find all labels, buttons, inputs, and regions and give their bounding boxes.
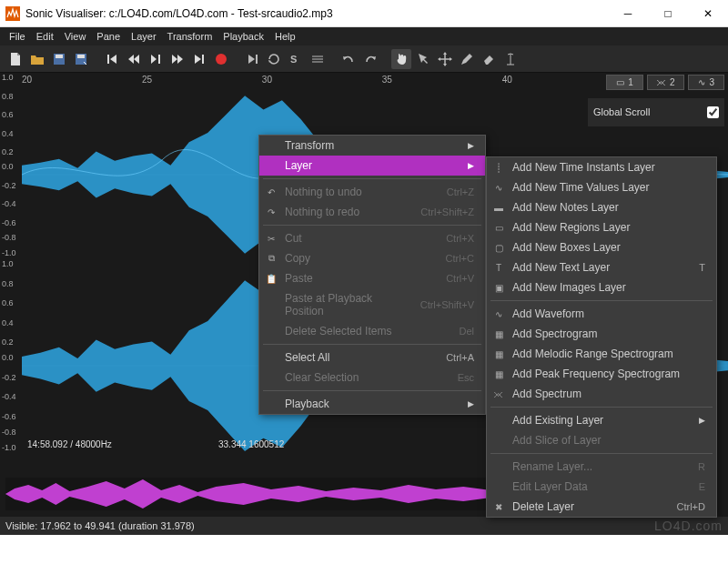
- ctx-add-notes[interactable]: ▬Add New Notes Layer: [487, 197, 716, 217]
- ytick: -0.4: [2, 199, 16, 208]
- wave-icon: ∿: [698, 77, 705, 87]
- menu-layer[interactable]: Layer: [126, 29, 162, 44]
- xtick: 25: [142, 75, 152, 85]
- paste-icon: 📋: [265, 272, 278, 285]
- ytick: 1.0: [2, 259, 14, 268]
- maximize-button[interactable]: □: [648, 0, 688, 27]
- ctx-add-boxes[interactable]: ▢Add New Boxes Layer: [487, 237, 716, 257]
- ctx-add-existing[interactable]: Add Existing Layer▶: [487, 410, 716, 430]
- minimize-button[interactable]: ─: [608, 0, 648, 27]
- global-scroll-checkbox[interactable]: [707, 106, 719, 118]
- layer-tab-3[interactable]: ∿3: [688, 75, 724, 90]
- forward-icon[interactable]: [167, 49, 187, 69]
- ctx-add-spectrum[interactable]: ⩙Add Spectrum: [487, 384, 716, 404]
- menubar: File Edit View Pane Layer Transform Play…: [0, 27, 728, 45]
- separator: [263, 225, 481, 226]
- svg-rect-4: [77, 55, 85, 58]
- loop-icon[interactable]: [264, 49, 284, 69]
- ctx-playback[interactable]: Playback▶: [259, 394, 485, 414]
- delete-icon: ✖: [492, 500, 505, 513]
- measure-tool-icon[interactable]: [500, 49, 521, 69]
- rewind-icon[interactable]: [124, 49, 144, 69]
- ytick: -0.2: [2, 373, 16, 382]
- ytick: 0.6: [2, 110, 14, 119]
- save-as-icon[interactable]: [71, 49, 91, 69]
- menu-transform[interactable]: Transform: [162, 29, 218, 44]
- images-icon: ▣: [492, 281, 505, 294]
- ctx-cut: ✂CutCtrl+X: [259, 228, 485, 248]
- navigate-tool-icon[interactable]: [391, 49, 411, 69]
- ctx-redo: ↷Nothing to redoCtrl+Shift+Z: [259, 202, 485, 222]
- draw-tool-icon[interactable]: [457, 49, 477, 69]
- ytick: -0.8: [2, 233, 16, 242]
- chevron-right-icon: ▶: [468, 141, 474, 150]
- ctx-add-peak[interactable]: ▦Add Peak Frequency Spectrogram: [487, 364, 716, 384]
- save-icon[interactable]: [49, 49, 69, 69]
- undo-icon[interactable]: [339, 49, 359, 69]
- forward-end-icon[interactable]: [189, 49, 209, 69]
- ctx-copy: ⧉CopyCtrl+C: [259, 248, 485, 268]
- ctx-select-all[interactable]: Select AllCtrl+A: [259, 347, 485, 368]
- ytick: 0.6: [2, 298, 14, 307]
- separator: [263, 178, 481, 179]
- waveform-icon: ∿: [492, 307, 505, 320]
- ctx-add-spectrogram[interactable]: ▦Add Spectrogram: [487, 324, 716, 344]
- ctx-add-text[interactable]: TAdd New Text LayerT: [487, 257, 716, 277]
- align-icon[interactable]: [308, 49, 328, 69]
- play-pause-icon[interactable]: [146, 49, 166, 69]
- solo-icon[interactable]: S: [286, 49, 306, 69]
- app-icon: [5, 6, 20, 21]
- ctx-add-images[interactable]: ▣Add New Images Layer: [487, 277, 716, 297]
- rewind-start-icon[interactable]: [102, 49, 122, 69]
- spectrogram-icon: ▦: [492, 327, 505, 340]
- ctx-paste: 📋PasteCtrl+V: [259, 268, 485, 288]
- separator: [263, 390, 481, 391]
- ctx-add-melodic[interactable]: ▦Add Melodic Range Spectrogram: [487, 344, 716, 364]
- new-file-icon[interactable]: [5, 49, 25, 69]
- wave-icon: ⩙: [657, 77, 666, 87]
- record-icon[interactable]: [211, 49, 231, 69]
- copy-icon: ⧉: [265, 252, 278, 265]
- move-tool-icon[interactable]: [435, 49, 455, 69]
- ctx-delete-layer[interactable]: ✖Delete LayerCtrl+D: [487, 497, 716, 517]
- ctx-add-values[interactable]: ∿Add New Time Values Layer: [487, 177, 716, 197]
- redo-icon[interactable]: [360, 49, 380, 69]
- sample-info: 33.344 1600512: [218, 439, 284, 449]
- time-info: 14:58.092 / 48000Hz: [27, 439, 112, 449]
- ctx-add-regions[interactable]: ▭Add New Regions Layer: [487, 217, 716, 237]
- select-tool-icon[interactable]: [413, 49, 433, 69]
- menu-pane[interactable]: Pane: [91, 29, 126, 44]
- menu-help[interactable]: Help: [269, 29, 301, 44]
- peak-icon: ▦: [492, 368, 505, 380]
- close-button[interactable]: ✕: [688, 0, 728, 27]
- chevron-right-icon: ▶: [468, 399, 474, 408]
- menu-edit[interactable]: Edit: [31, 29, 59, 44]
- separator: [490, 407, 713, 408]
- svg-rect-6: [256, 55, 258, 64]
- toolbar: S: [0, 45, 728, 73]
- context-menu-edit: Transform▶ Layer▶ ↶Nothing to undoCtrl+Z…: [258, 135, 486, 415]
- xtick: 20: [22, 75, 32, 85]
- ctx-clear-selection: Clear SelectionEsc: [259, 368, 485, 388]
- ytick: 0.4: [2, 129, 14, 138]
- erase-tool-icon[interactable]: [479, 49, 499, 69]
- ctx-add-instants[interactable]: ┊Add New Time Instants Layer: [487, 157, 716, 177]
- menu-playback[interactable]: Playback: [217, 29, 269, 44]
- menu-view[interactable]: View: [59, 29, 92, 44]
- layer-tab-2[interactable]: ⩙2: [647, 75, 685, 90]
- chevron-right-icon: ▶: [468, 161, 474, 170]
- ctx-layer[interactable]: Layer▶: [259, 156, 485, 176]
- values-icon: ∿: [492, 181, 505, 194]
- ctx-add-slice: Add Slice of Layer: [487, 430, 716, 450]
- ctx-add-waveform[interactable]: ∿Add Waveform: [487, 304, 716, 324]
- ytick: 0.0: [2, 162, 14, 171]
- ctx-transform[interactable]: Transform▶: [259, 136, 485, 156]
- main-content: 1.0 0.8 0.6 0.4 0.2 0.0 -0.2 -0.4 -0.6 -…: [0, 73, 728, 535]
- layer-tab-1[interactable]: ▭1: [606, 75, 643, 90]
- spectrum-icon: ⩙: [492, 388, 505, 400]
- menu-file[interactable]: File: [4, 29, 31, 44]
- ruler-icon: ▭: [616, 77, 624, 87]
- xtick: 35: [382, 75, 392, 85]
- play-selection-icon[interactable]: [242, 49, 262, 69]
- open-file-icon[interactable]: [27, 49, 47, 69]
